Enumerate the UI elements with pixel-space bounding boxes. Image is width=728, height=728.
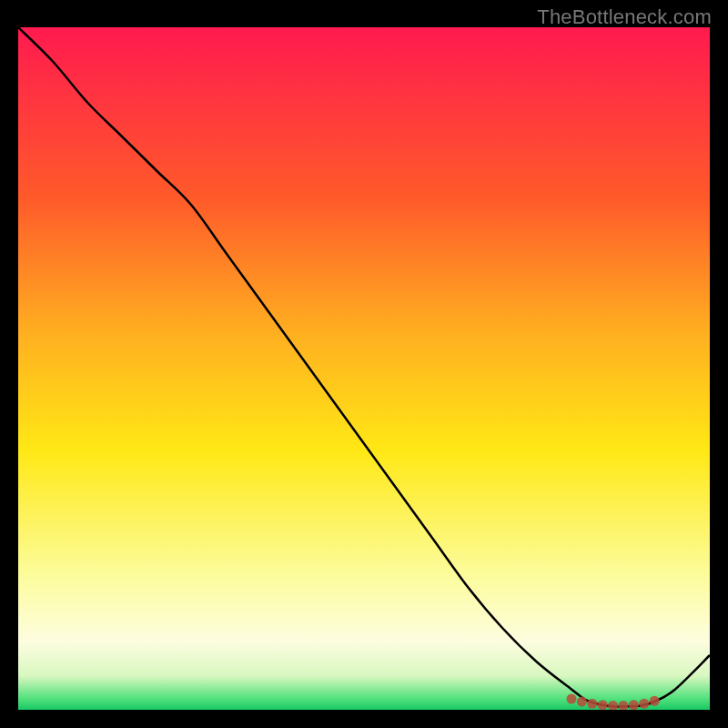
- chart-container: TheBottleneck.com: [0, 0, 728, 728]
- svg-rect-0: [18, 27, 710, 710]
- plot-area: [18, 27, 710, 710]
- background-gradient: [18, 27, 710, 710]
- watermark-text: TheBottleneck.com: [537, 5, 712, 29]
